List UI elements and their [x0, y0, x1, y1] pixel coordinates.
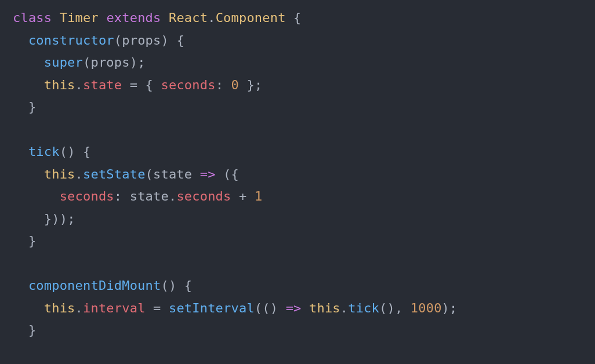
method-tick: tick: [28, 144, 60, 159]
lparen: (: [255, 301, 262, 315]
interval-prop: interval: [83, 301, 146, 315]
semicolon: ;: [255, 78, 262, 92]
line: this.setState(state => ({: [13, 167, 239, 181]
code-block: class Timer extends React.Component { co…: [13, 7, 582, 342]
dot: .: [208, 10, 215, 25]
arrow: =>: [200, 167, 216, 181]
keyword-class: class: [13, 10, 52, 25]
zero: 0: [231, 78, 239, 92]
constructor: constructor: [28, 33, 114, 48]
rparen: ): [442, 301, 449, 315]
seconds-ref: seconds: [176, 189, 231, 203]
props: props: [90, 55, 129, 70]
line: }: [13, 323, 36, 337]
colon: :: [114, 189, 122, 203]
rbrace: }: [44, 212, 52, 226]
state-prop: state: [83, 78, 122, 92]
equals: =: [153, 301, 161, 315]
namespace-react: React: [169, 10, 208, 25]
component: Component: [216, 10, 286, 25]
this: this: [44, 301, 75, 315]
rparen: ): [60, 212, 67, 226]
class-name: Timer: [60, 10, 99, 25]
rparen: ): [67, 144, 75, 159]
line: constructor(props) {: [13, 33, 184, 48]
rparen: ): [52, 212, 59, 226]
one: 1: [255, 189, 262, 203]
dot: .: [75, 301, 83, 315]
blank-line: [13, 122, 20, 137]
arrow: =>: [286, 301, 302, 315]
colon: :: [216, 78, 223, 92]
super: super: [44, 55, 83, 70]
rbrace: }: [28, 234, 36, 248]
line: this.interval = setInterval(() => this.t…: [13, 301, 458, 315]
semicolon: ;: [137, 55, 145, 70]
line: class Timer extends React.Component {: [13, 10, 302, 25]
setinterval: setInterval: [169, 301, 255, 315]
rbrace: }: [246, 78, 254, 92]
rparen: ): [387, 301, 394, 315]
lparen: (: [262, 301, 270, 315]
tick-call: tick: [348, 301, 379, 315]
this: this: [44, 78, 75, 92]
line: seconds: state.seconds + 1: [13, 189, 262, 203]
lparen: (: [146, 167, 153, 181]
lbrace: {: [146, 78, 153, 92]
lbrace: {: [176, 33, 184, 48]
lparen: (: [161, 278, 168, 293]
seconds-key: seconds: [161, 78, 216, 92]
lparen: (: [83, 55, 90, 70]
line: }));: [13, 212, 75, 226]
lparen: (: [114, 33, 122, 48]
dot: .: [75, 167, 83, 181]
line: componentDidMount() {: [13, 278, 192, 293]
rbrace: }: [28, 100, 36, 114]
rbrace: }: [28, 323, 36, 337]
rparen: ): [169, 278, 176, 293]
rparen: ): [270, 301, 278, 315]
seconds-key: seconds: [60, 189, 114, 203]
line: }: [13, 100, 36, 114]
this: this: [309, 301, 340, 315]
dot: .: [169, 189, 176, 203]
method-cdm: componentDidMount: [28, 278, 161, 293]
dot: .: [340, 301, 348, 315]
semicolon: ;: [67, 212, 75, 226]
dot: .: [75, 78, 83, 92]
state-param: state: [153, 167, 192, 181]
line: this.state = { seconds: 0 };: [13, 78, 262, 92]
setstate: setState: [83, 167, 146, 181]
lparen: (: [379, 301, 387, 315]
equals: =: [130, 78, 137, 92]
line: tick() {: [13, 144, 90, 159]
plus: +: [239, 189, 246, 203]
blank-line: [13, 256, 20, 271]
comma: ,: [395, 301, 402, 315]
lbrace: {: [83, 144, 90, 159]
rparen: ): [161, 33, 168, 48]
lbrace: {: [184, 278, 192, 293]
line: super(props);: [13, 55, 146, 70]
state-ref: state: [130, 189, 169, 203]
param-props: props: [122, 33, 161, 48]
line: }: [13, 234, 36, 248]
lbrace: {: [231, 167, 239, 181]
rparen: ): [130, 55, 137, 70]
this: this: [44, 167, 75, 181]
keyword-extends: extends: [106, 10, 161, 25]
semicolon: ;: [449, 301, 457, 315]
thousand: 1000: [411, 301, 442, 315]
lparen: (: [223, 167, 231, 181]
lbrace: {: [293, 10, 301, 25]
lparen: (: [60, 144, 67, 159]
